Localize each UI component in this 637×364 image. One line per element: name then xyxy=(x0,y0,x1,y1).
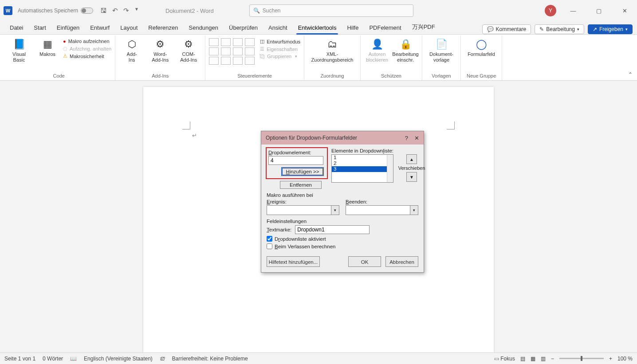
move-up-button[interactable]: ▲ xyxy=(406,154,417,164)
dialog-titlebar[interactable]: Optionen für Dropdown-Formularfelder ? ✕ xyxy=(261,131,424,145)
zoom-in-button[interactable]: + xyxy=(609,356,612,362)
macro-security-button[interactable]: ⚠Makrosicherheit xyxy=(63,53,111,59)
spellcheck-icon[interactable]: 📖 xyxy=(70,356,77,362)
control-cell[interactable] xyxy=(245,47,255,55)
control-cell[interactable] xyxy=(233,47,243,55)
share-button[interactable]: ↗Freigeben▾ xyxy=(588,24,633,34)
dialog-help-button[interactable]: ? xyxy=(405,135,408,141)
control-cell[interactable] xyxy=(209,57,219,65)
calc-on-exit-checkbox[interactable]: Beim Verlassen berechnen xyxy=(267,243,418,249)
control-cell[interactable] xyxy=(233,57,243,65)
search-box[interactable]: 🔍 Suchen xyxy=(249,4,413,17)
word-addins-label: Word- Add-Ins xyxy=(152,51,169,63)
qat-dropdown-icon[interactable]: ▼ xyxy=(134,7,139,15)
exit-combo[interactable]: ▾ xyxy=(346,205,418,215)
window-maximize-button[interactable]: ▢ xyxy=(590,4,608,17)
calc-on-exit-input[interactable] xyxy=(267,243,272,249)
autosave[interactable]: Automatisches Speichern xyxy=(18,8,93,14)
list-item[interactable]: 3 xyxy=(332,166,393,172)
undo-icon[interactable]: ↶ xyxy=(112,7,118,15)
makros-label: Makros xyxy=(39,51,55,57)
tab-sendungen[interactable]: Sendungen xyxy=(184,22,224,34)
comments-button[interactable]: 💬Kommentare xyxy=(482,24,531,34)
cancel-button[interactable]: Abbrechen xyxy=(385,256,418,267)
control-cell[interactable] xyxy=(245,57,255,65)
zoom-out-button[interactable]: − xyxy=(551,356,554,362)
tab-referenzen[interactable]: Referenzen xyxy=(143,22,183,34)
tab-datei[interactable]: Datei xyxy=(4,22,28,34)
tab-entwurf[interactable]: Entwurf xyxy=(85,22,115,34)
tab-hilfe[interactable]: Hilfe xyxy=(342,22,364,34)
word-addins-button[interactable]: ⚙Word- Add-Ins xyxy=(147,38,173,63)
dropdown-active-input[interactable] xyxy=(267,236,272,242)
user-avatar[interactable]: Y xyxy=(545,5,556,16)
event-combo[interactable]: ▾ xyxy=(267,205,339,215)
scrollbar[interactable] xyxy=(387,155,393,182)
tab-layout[interactable]: Layout xyxy=(115,22,143,34)
focus-mode-button[interactable]: ▭ Fokus xyxy=(494,356,515,362)
control-cell[interactable] xyxy=(221,38,231,46)
control-cell[interactable] xyxy=(245,38,255,46)
tab-ansicht[interactable]: Ansicht xyxy=(263,22,293,34)
restrict-editing-label: Bearbeitung einschr. xyxy=(392,51,418,63)
tab-start[interactable]: Start xyxy=(28,22,51,34)
tab-pdfelement[interactable]: PDFelement xyxy=(364,22,406,34)
com-addins-icon: ⚙ xyxy=(182,38,195,51)
redo-icon[interactable]: ↷ xyxy=(123,7,129,15)
editing-mode-button[interactable]: ✎Bearbeitung▾ xyxy=(535,24,584,34)
remove-button[interactable]: Entfernen xyxy=(280,181,322,189)
control-cell[interactable] xyxy=(209,47,219,55)
control-cell[interactable] xyxy=(221,47,231,55)
addins-icon: ⬡ xyxy=(126,38,138,51)
dropdown-items-listbox[interactable]: 1 2 3 xyxy=(331,154,393,183)
control-cell[interactable] xyxy=(209,38,219,46)
add-button[interactable]: Hinzufügen >> xyxy=(282,168,323,176)
ok-button[interactable]: OK xyxy=(348,256,381,267)
zoom-slider-thumb[interactable] xyxy=(581,356,582,361)
control-cell[interactable] xyxy=(233,38,243,46)
record-macro-button[interactable]: ●Makro aufzeichnen xyxy=(63,38,111,44)
dropdown-active-checkbox[interactable]: Dropdownliste aktiviert xyxy=(267,236,418,242)
design-mode-button[interactable]: ◫Entwurfsmodus xyxy=(260,38,300,45)
document-template-button[interactable]: 📄Dokument- vorlage xyxy=(426,38,457,63)
move-down-button[interactable]: ▼ xyxy=(406,172,417,182)
tab-wanxingpdf[interactable]: 万兴PDF xyxy=(407,20,440,34)
com-addins-button[interactable]: ⚙COM- Add-Ins xyxy=(176,38,201,63)
zoom-slider[interactable] xyxy=(559,358,604,359)
view-print-layout-button[interactable]: ▤ xyxy=(520,356,525,362)
collapse-ribbon-button[interactable]: ⌃ xyxy=(628,71,633,78)
accessibility-status[interactable]: Barrierefreiheit: Keine Probleme xyxy=(172,356,248,362)
tab-einfuegen[interactable]: Einfügen xyxy=(51,22,85,34)
accessibility-icon[interactable]: 🖅 xyxy=(160,356,165,362)
zoom-level[interactable]: 100 % xyxy=(617,356,633,362)
word-app-icon: W xyxy=(4,6,12,15)
dropdown-element-input[interactable] xyxy=(268,156,323,165)
autosave-toggle[interactable] xyxy=(81,8,93,14)
help-text-button[interactable]: Hilfetext hinzufügen... xyxy=(267,256,320,267)
save-icon[interactable]: 🖫 xyxy=(100,7,107,15)
dialog-close-button[interactable]: ✕ xyxy=(414,135,419,141)
macro-section-label: Makro ausführen bei xyxy=(267,192,418,198)
window-close-button[interactable]: ✕ xyxy=(616,4,633,17)
control-cell[interactable] xyxy=(221,57,231,65)
addins-button[interactable]: ⬡Add- Ins xyxy=(119,38,145,63)
xml-mapping-button[interactable]: 🗂XML- Zuordnungsbereich xyxy=(308,38,357,63)
word-count[interactable]: 0 Wörter xyxy=(43,356,63,362)
view-read-mode-button[interactable]: ▦ xyxy=(531,356,535,362)
list-item[interactable]: 1 xyxy=(332,155,393,160)
controls-gallery[interactable] xyxy=(209,38,255,65)
comment-icon: 💬 xyxy=(487,26,494,32)
bookmark-input[interactable] xyxy=(295,225,370,234)
page-status[interactable]: Seite 1 von 1 xyxy=(4,356,35,362)
list-item[interactable]: 2 xyxy=(332,160,393,166)
visual-basic-button[interactable]: 📘Visual Basic xyxy=(6,38,32,63)
tab-ueberpruefen[interactable]: Überprüfen xyxy=(224,22,263,34)
makros-button[interactable]: ▦Makros xyxy=(35,38,60,57)
view-web-layout-button[interactable]: ▥ xyxy=(541,356,546,362)
pause-recording-label: Aufzchng. anhalten xyxy=(70,46,111,51)
tab-entwicklertools[interactable]: Entwicklertools xyxy=(293,22,342,34)
language-status[interactable]: Englisch (Vereinigte Staaten) xyxy=(84,356,153,362)
restrict-editing-button[interactable]: 🔒Bearbeitung einschr. xyxy=(393,38,418,63)
formfield-button[interactable]: ◯Formularfeld xyxy=(464,38,498,57)
window-minimize-button[interactable]: — xyxy=(564,4,582,17)
